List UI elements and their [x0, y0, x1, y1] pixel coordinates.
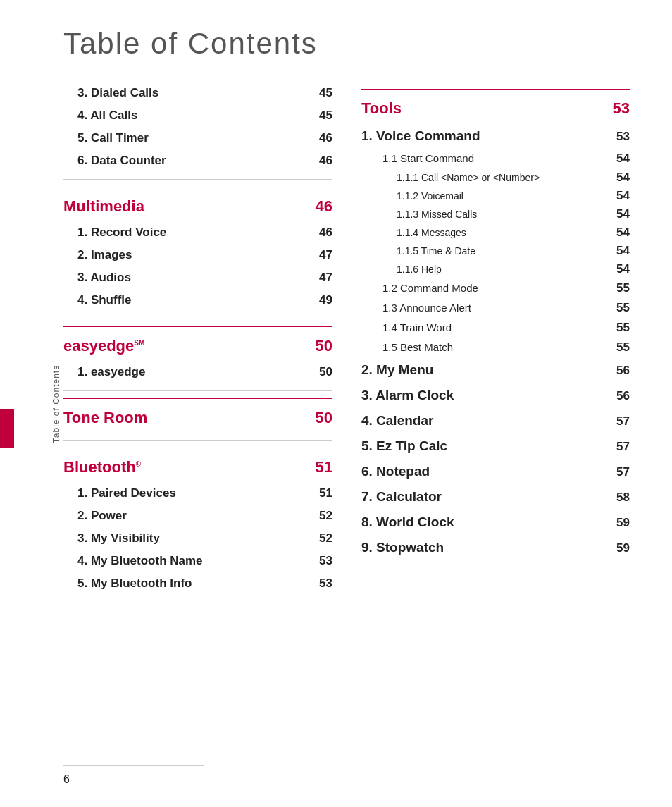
entry-page: 49 [304, 293, 332, 307]
entry-page: 46 [304, 154, 332, 168]
entry-label: 1.1.3 Missed Calls [397, 209, 602, 220]
section-header: Bluetooth®51 [63, 448, 332, 482]
entry-label: 7. Calculator [361, 489, 602, 505]
section-header: easyedgeSM50 [63, 326, 332, 361]
entry-page: 53 [602, 130, 630, 144]
toc-entry: 3. Audios47 [63, 266, 332, 289]
entry-page: 51 [304, 486, 332, 500]
entry-page: 45 [304, 109, 332, 123]
entry-label: 1.3 Announce Alert [382, 302, 602, 314]
entry-page: 45 [304, 86, 332, 100]
entry-page: 58 [602, 491, 630, 505]
section-page: 46 [315, 197, 332, 216]
toc-entry: 1.2 Command Mode55 [361, 278, 630, 298]
toc-entry: 8. World Clock59 [361, 510, 630, 535]
toc-entry: 9. Stopwatch59 [361, 535, 630, 560]
entry-page: 54 [602, 152, 630, 166]
toc-entry: 1.3 Announce Alert55 [361, 298, 630, 318]
entry-page: 56 [602, 364, 630, 378]
section-header: Multimedia46 [63, 187, 332, 221]
toc-entry: 1.5 Best Match55 [361, 338, 630, 357]
entry-page: 47 [304, 248, 332, 262]
page-title: Table of Contents [0, 0, 672, 82]
toc-entry: 1.1.5 Time & Date54 [361, 242, 630, 260]
toc-entry: 5. Call Timer46 [63, 127, 332, 149]
entry-label: 5. Ez Tip Calc [361, 438, 602, 454]
entry-label: 4. My Bluetooth Name [77, 554, 304, 568]
toc-entry: 1. Record Voice46 [63, 221, 332, 244]
entry-page: 54 [602, 262, 630, 276]
entry-page: 54 [602, 244, 630, 258]
section-header: Tools53 [361, 89, 630, 123]
entry-page: 56 [602, 389, 630, 403]
entry-page: 57 [602, 414, 630, 429]
entry-page: 57 [602, 465, 630, 479]
entry-label: 1.1.1 Call <Name> or <Number> [397, 172, 602, 183]
toc-entry: 3. My Visibility52 [63, 527, 332, 550]
toc-entry: 1.1.3 Missed Calls54 [361, 205, 630, 223]
section-label: Tools [361, 99, 402, 118]
entry-label: 1.4 Train Word [382, 321, 602, 333]
entry-label: 1. Record Voice [77, 226, 304, 240]
right-column: Tools531. Voice Command531.1 Start Comma… [347, 82, 630, 595]
section-label: Bluetooth® [63, 458, 141, 476]
entry-page: 55 [602, 281, 630, 295]
entry-page: 57 [602, 440, 630, 454]
section-divider [63, 319, 332, 319]
toc-entry: 2. Images47 [63, 244, 332, 266]
section-divider [63, 440, 332, 441]
entry-label: 1.1.5 Time & Date [397, 245, 602, 257]
toc-entry: 1.1.1 Call <Name> or <Number>54 [361, 168, 630, 187]
entry-label: 2. Power [77, 509, 304, 523]
entry-page: 53 [304, 577, 332, 591]
entry-page: 54 [602, 207, 630, 221]
entry-page: 52 [304, 509, 332, 523]
entry-label: 4. All Calls [77, 109, 304, 123]
toc-entry: 1. Paired Devices51 [63, 482, 332, 505]
entry-label: 3. Alarm Clock [361, 388, 602, 403]
section-label: easyedgeSM [63, 337, 144, 355]
left-column: 3. Dialed Calls454. All Calls455. Call T… [63, 82, 347, 595]
entry-page: 46 [304, 131, 332, 145]
entry-label: 1. Paired Devices [77, 486, 304, 500]
toc-entry: 1.1.6 Help54 [361, 260, 630, 278]
entry-label: 8. World Clock [361, 515, 602, 530]
entry-label: 1.1.2 Voicemail [397, 190, 602, 202]
toc-entry: 6. Notepad57 [361, 459, 630, 484]
section-label: Multimedia [63, 197, 144, 216]
toc-entry: 1.1 Start Command54 [361, 149, 630, 168]
entry-label: 4. Shuffle [77, 293, 304, 307]
toc-entry: 6. Data Counter46 [63, 149, 332, 172]
toc-entry: 4. All Calls45 [63, 104, 332, 127]
toc-entry: 1. Voice Command53 [361, 123, 630, 149]
entry-page: 46 [304, 226, 332, 240]
toc-entry: 5. Ez Tip Calc57 [361, 433, 630, 459]
entry-page: 52 [304, 531, 332, 546]
entry-page: 47 [304, 271, 332, 285]
section-label: Tone Room [63, 409, 147, 427]
toc-entry: 2. Power52 [63, 505, 332, 527]
section-page: 53 [613, 99, 630, 118]
footer-line [63, 765, 204, 766]
section-divider [63, 179, 332, 180]
section-divider [63, 390, 332, 391]
toc-entry: 1.1.2 Voicemail54 [361, 187, 630, 205]
entry-page: 54 [602, 226, 630, 240]
entry-label: 4. Calendar [361, 413, 602, 429]
entry-page: 55 [602, 321, 630, 335]
toc-entry: 4. Shuffle49 [63, 289, 332, 312]
toc-entry: 1.1.4 Messages54 [361, 223, 630, 242]
entry-label: 1. easyedge [77, 365, 304, 379]
entry-page: 55 [602, 301, 630, 315]
toc-entry: 3. Alarm Clock56 [361, 383, 630, 408]
entry-page: 54 [602, 171, 630, 185]
entry-label: 1.5 Best Match [382, 341, 602, 353]
content-area: 3. Dialed Calls454. All Calls455. Call T… [0, 82, 672, 595]
entry-label: 3. My Visibility [77, 531, 304, 546]
toc-entry: 4. My Bluetooth Name53 [63, 550, 332, 572]
entry-page: 54 [602, 189, 630, 203]
entry-label: 1. Voice Command [361, 128, 602, 144]
entry-label: 2. My Menu [361, 362, 602, 378]
section-page: 51 [315, 458, 332, 476]
toc-entry: 7. Calculator58 [361, 484, 630, 510]
